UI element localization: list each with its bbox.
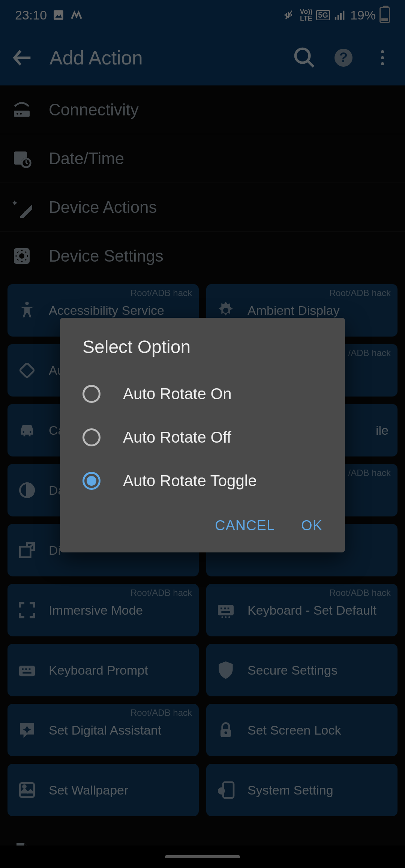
option-label: Auto Rotate Toggle (123, 472, 257, 490)
radio-unchecked-icon (82, 385, 100, 403)
option-auto-rotate-on[interactable]: Auto Rotate On (60, 372, 345, 416)
option-label: Auto Rotate Off (123, 428, 231, 446)
radio-checked-icon (82, 472, 100, 490)
radio-unchecked-icon (82, 428, 100, 446)
option-auto-rotate-off[interactable]: Auto Rotate Off (60, 416, 345, 459)
cancel-button[interactable]: CANCEL (215, 518, 275, 534)
option-auto-rotate-toggle[interactable]: Auto Rotate Toggle (60, 459, 345, 503)
ok-button[interactable]: OK (301, 518, 322, 534)
select-option-dialog: Select Option Auto Rotate On Auto Rotate… (60, 318, 345, 552)
dialog-title: Select Option (60, 318, 345, 372)
option-label: Auto Rotate On (123, 385, 232, 403)
